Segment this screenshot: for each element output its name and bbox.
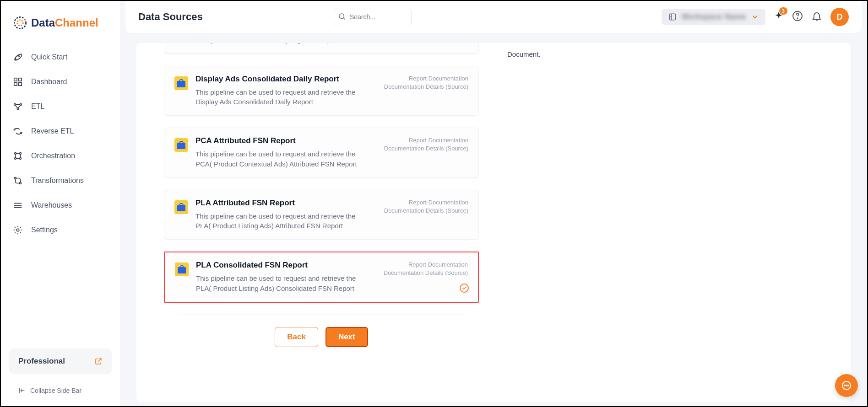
- svg-point-9: [20, 104, 22, 106]
- sidebar-item-label: Settings: [31, 226, 58, 234]
- report-card[interactable]: PLA Attributed FSN Report This pipeline …: [164, 190, 479, 240]
- external-link-icon: [94, 357, 103, 365]
- logo-mark-icon: [12, 15, 28, 31]
- doc-details-link[interactable]: Documentation Details (Source): [384, 207, 468, 215]
- svg-point-26: [797, 18, 798, 19]
- flipkart-icon: [174, 200, 188, 214]
- sidebar-item-orchestration[interactable]: Orchestration: [6, 144, 114, 168]
- selected-check-icon: [460, 284, 469, 293]
- svg-rect-5: [19, 78, 22, 81]
- svg-point-1: [17, 20, 23, 26]
- sidebar-item-quick-start[interactable]: Quick Start: [6, 45, 114, 70]
- svg-point-22: [16, 229, 19, 231]
- transformations-icon: [13, 176, 23, 186]
- svg-point-15: [15, 158, 16, 160]
- doc-details-link[interactable]: Documentation Details (Source): [384, 83, 468, 91]
- help-icon: [792, 11, 803, 21]
- svg-point-8: [14, 104, 16, 106]
- card-description: This pipeline can be used to request and…: [195, 149, 360, 169]
- topbar: Data Sources Workspace Name 3: [125, 1, 862, 33]
- search-icon: [338, 12, 346, 21]
- card-description: This pipeline can be used to request and…: [195, 211, 360, 231]
- flipkart-icon: [174, 138, 188, 152]
- plan-badge[interactable]: Professional: [9, 348, 112, 374]
- reverse-etl-icon: [13, 126, 23, 136]
- notifications-button[interactable]: [811, 11, 822, 23]
- chevron-down-icon: [751, 13, 759, 21]
- next-button[interactable]: Next: [326, 327, 368, 347]
- sidebar-item-dashboard[interactable]: Dashboard: [6, 70, 114, 94]
- right-info-panel: Document.: [489, 43, 851, 402]
- report-card-selected[interactable]: PLA Consolidated FSN Report This pipelin…: [164, 252, 479, 303]
- avatar-initial: D: [836, 12, 842, 22]
- warehouses-icon: [13, 200, 23, 210]
- dashboard-icon: [13, 77, 23, 87]
- sidebar-item-label: Warehouses: [31, 201, 72, 209]
- doc-details-link[interactable]: Documentation Details (Source): [384, 145, 468, 153]
- divider: [178, 315, 465, 315]
- card-description: This pipeline can be used to request and…: [196, 273, 361, 294]
- svg-point-28: [844, 385, 845, 386]
- ai-sparkle-button[interactable]: 3: [774, 11, 784, 23]
- avatar[interactable]: D: [830, 8, 849, 26]
- etl-icon: [13, 102, 23, 112]
- svg-rect-6: [14, 83, 17, 86]
- svg-point-14: [20, 153, 22, 155]
- card-title: PLA Consolidated FSN Report: [196, 261, 376, 270]
- report-card[interactable]: PCA Attributed FSN Report This pipeline …: [164, 128, 479, 178]
- svg-point-2: [24, 19, 26, 21]
- svg-point-10: [17, 108, 19, 110]
- doc-details-link[interactable]: Documentation Details (Source): [384, 269, 468, 277]
- report-doc-link[interactable]: Report Documentation: [384, 136, 468, 145]
- chat-fab[interactable]: [835, 374, 858, 397]
- svg-point-12: [21, 132, 22, 134]
- flipkart-icon: [175, 262, 189, 276]
- svg-point-23: [339, 14, 344, 19]
- content-panel: This pipeline can be used to request and…: [136, 43, 851, 402]
- sidebar-item-label: Quick Start: [31, 53, 67, 61]
- back-button[interactable]: Back: [275, 327, 318, 347]
- sidebar-item-label: Orchestration: [31, 152, 75, 160]
- sidebar-item-reverse-etl[interactable]: Reverse ETL: [6, 119, 114, 144]
- report-card[interactable]: This pipeline can be used to request and…: [164, 43, 479, 54]
- svg-point-0: [14, 17, 26, 28]
- notification-badge: 3: [779, 7, 787, 15]
- sidebar-item-warehouses[interactable]: Warehouses: [6, 193, 114, 218]
- right-panel-text: Document.: [507, 50, 541, 58]
- rocket-icon: [13, 52, 23, 62]
- card-description: This pipeline can be used to request and…: [195, 43, 360, 45]
- card-description: This pipeline can be used to request and…: [195, 87, 360, 107]
- sidebar-item-transformations[interactable]: Transformations: [6, 168, 114, 193]
- logo-text-2: Channel: [55, 16, 98, 29]
- report-doc-link[interactable]: Report Documentation: [384, 261, 468, 269]
- workspace-selector[interactable]: Workspace Name: [662, 9, 765, 25]
- svg-point-11: [14, 129, 15, 130]
- card-title: Display Ads Consolidated Daily Report: [195, 75, 377, 84]
- help-button[interactable]: [792, 11, 803, 23]
- svg-point-29: [846, 385, 847, 386]
- svg-point-30: [848, 385, 849, 386]
- card-title: PCA Attributed FSN Report: [195, 136, 377, 145]
- sidebar-item-settings[interactable]: Settings: [6, 218, 114, 242]
- svg-point-13: [15, 153, 16, 155]
- svg-point-18: [20, 182, 22, 184]
- svg-point-17: [15, 177, 16, 179]
- sidebar-item-label: Reverse ETL: [31, 127, 74, 135]
- report-card[interactable]: Display Ads Consolidated Daily Report Th…: [164, 66, 479, 116]
- sidebar-item-label: Transformations: [31, 177, 84, 185]
- bell-icon: [811, 11, 822, 21]
- plan-label: Professional: [18, 357, 65, 366]
- sidebar-nav: Quick Start Dashboard ETL Reverse ETL Or…: [1, 45, 120, 348]
- card-title: PLA Attributed FSN Report: [195, 198, 377, 208]
- chat-icon: [841, 380, 852, 391]
- collapse-sidebar[interactable]: Collapse Side Bar: [1, 382, 120, 399]
- sidebar-item-etl[interactable]: ETL: [6, 94, 114, 119]
- collapse-icon: [18, 387, 26, 394]
- sidebar: DataChannel Quick Start Dashboard ETL Re…: [1, 1, 120, 406]
- logo[interactable]: DataChannel: [1, 11, 120, 45]
- report-doc-link[interactable]: Report Documentation: [384, 75, 468, 83]
- report-doc-link[interactable]: Report Documentation: [384, 198, 468, 207]
- flipkart-icon: [174, 76, 188, 90]
- svg-point-3: [18, 56, 19, 57]
- logo-text-1: Data: [31, 16, 55, 29]
